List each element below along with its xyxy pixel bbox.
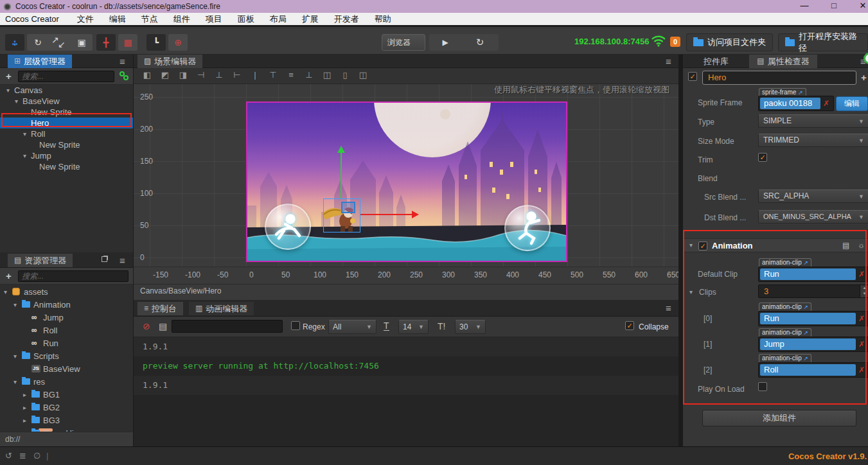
menu-item-1[interactable]: 文件	[69, 12, 102, 26]
error-count-badge[interactable]: 0	[670, 37, 680, 47]
menu-item-7[interactable]: 布局	[262, 12, 294, 26]
gear-icon[interactable]: ☼	[858, 241, 865, 250]
expand-arrow-icon[interactable]: ▾	[13, 376, 17, 387]
assets-node-assets[interactable]: ▾assets	[0, 286, 133, 297]
align-tool-icon-5[interactable]: ⊢	[230, 70, 244, 80]
slide-button[interactable]	[265, 204, 311, 250]
expand-arrow-icon[interactable]: ▾	[23, 128, 26, 139]
clip-1-field[interactable]: Jump ✗	[758, 337, 868, 352]
regex-checkbox[interactable]	[291, 321, 300, 330]
tab-console[interactable]: ≡ 控制台	[137, 302, 183, 315]
add-property-button[interactable]: +	[861, 72, 867, 83]
edit-sprite-button[interactable]: 编辑	[836, 96, 868, 111]
align-tool-icon-2[interactable]: ◨	[176, 70, 190, 80]
game-canvas[interactable]	[246, 101, 567, 262]
clip-2-field[interactable]: Roll ✗	[758, 362, 868, 378]
hierarchy-node-New-Sprite[interactable]: New Sprite	[0, 161, 133, 172]
expand-arrow-icon[interactable]: ▾	[13, 299, 17, 310]
open-log-icon[interactable]: ▤	[159, 321, 167, 331]
help-doc-icon[interactable]: ▤	[842, 241, 849, 250]
assets-node-BaseView[interactable]: JSBaseView	[0, 364, 133, 374]
menu-item-4[interactable]: 组件	[166, 12, 198, 26]
assets-node-Jump[interactable]: ∞Jump	[0, 312, 133, 323]
clear-clip-icon[interactable]: ✗	[856, 270, 867, 279]
menu-item-10[interactable]: 帮助	[367, 12, 399, 26]
clips-collapse-arrow-icon[interactable]: ▾	[689, 288, 693, 295]
tab-hierarchy[interactable]: ⊞ 层级管理器	[8, 55, 72, 68]
align-tool-icon-9[interactable]: ⊥	[302, 70, 316, 80]
assets-node-res[interactable]: ▾res	[0, 376, 133, 387]
line-height-select[interactable]: 30▼	[455, 320, 486, 334]
log-level-select[interactable]: All▼	[328, 320, 376, 334]
hierarchy-node-Jump[interactable]: ▾Jump	[0, 150, 133, 161]
scale-tool-button[interactable]: ↗↙	[50, 34, 69, 51]
align-tool-icon-3[interactable]: ⊣	[194, 70, 208, 80]
play-button[interactable]: ▶	[436, 34, 455, 51]
align-tool-icon-0[interactable]: ◧	[140, 70, 154, 80]
align-tool-icon-8[interactable]: ≡	[284, 70, 298, 80]
tab-animation-editor[interactable]: ▥ 动画编辑器	[189, 302, 254, 315]
tab-widget-library[interactable]: 控件库	[683, 55, 749, 68]
console-log-area[interactable]: 1.9.1preview server running at http://lo…	[134, 337, 678, 446]
play-on-load-checkbox[interactable]	[758, 382, 767, 391]
preview-target-select[interactable]: 浏览器 ▼	[382, 34, 425, 51]
sprite-frame-value[interactable]: paoku 00188	[760, 98, 820, 109]
add-component-button[interactable]: 添加组件	[702, 410, 856, 426]
node-name-field[interactable]: Hero	[702, 71, 856, 85]
collapse-checkbox[interactable]: ✓	[625, 321, 634, 330]
refresh-button[interactable]: ↻	[470, 34, 490, 51]
expand-arrow-icon[interactable]: ▾	[15, 96, 18, 107]
assets-menu-icon[interactable]: ≡	[120, 255, 125, 266]
animation-enabled-checkbox[interactable]: ✓	[698, 241, 707, 250]
hierarchy-node-Roll[interactable]: ▾Roll	[0, 128, 133, 139]
clear-clip-icon[interactable]: ✗	[856, 340, 867, 349]
tab-assets[interactable]: ▤ 资源管理器	[8, 254, 73, 267]
menu-item-9[interactable]: 开发者	[326, 12, 367, 26]
popout-icon[interactable]	[102, 256, 107, 262]
align-tool-icon-10[interactable]: ◫	[320, 70, 334, 80]
maximize-button[interactable]: □	[824, 0, 844, 13]
minimize-button[interactable]: —	[795, 0, 814, 13]
assets-node-Run[interactable]: ∞Run	[0, 338, 133, 349]
assets-node-BG2[interactable]: ▸BG2	[0, 402, 133, 413]
clear-console-icon[interactable]: ⊘	[143, 321, 150, 331]
expand-arrow-icon[interactable]: ▾	[4, 286, 7, 297]
assets-node-Scripts[interactable]: ▾Scripts	[0, 351, 133, 362]
menu-item-2[interactable]: 编辑	[102, 12, 134, 26]
anchor-pivot-button[interactable]: ╋	[96, 34, 116, 51]
align-tool-icon-7[interactable]: ⊤	[266, 70, 280, 80]
tab-property-inspector[interactable]: ▤ 属性检查器	[749, 55, 817, 68]
assets-search-input[interactable]	[18, 270, 128, 282]
assets-node-BG1[interactable]: ▸BG1	[0, 389, 133, 400]
local-coords-button[interactable]: ┗	[146, 34, 166, 51]
hierarchy-node-BaseView[interactable]: ▾BaseView	[0, 96, 133, 107]
align-tool-icon-4[interactable]: ⊥	[212, 70, 226, 80]
src-blend-select[interactable]: SRC_ALPHA▼	[758, 189, 868, 203]
menu-item-8[interactable]: 扩展	[294, 12, 326, 26]
sprite-frame-handle[interactable]	[341, 202, 355, 213]
hierarchy-add-button[interactable]: +	[6, 71, 12, 82]
align-tool-icon-1[interactable]: ◩	[158, 70, 172, 80]
open-project-folder-button[interactable]: 访问项目文件夹	[686, 33, 773, 51]
clear-sprite-frame-icon[interactable]: ✗	[820, 99, 832, 108]
clear-clip-icon[interactable]: ✗	[856, 365, 867, 374]
scene-viewport[interactable]: 250200150100500 -150-100-500501001502002…	[134, 84, 678, 284]
sprite-frame-field[interactable]: paoku 00188 ✗	[758, 96, 834, 111]
menu-item-5[interactable]: 项目	[198, 12, 230, 26]
assets-node-BG3[interactable]: ▸BG3	[0, 415, 133, 426]
jump-button[interactable]	[504, 205, 551, 251]
hierarchy-node-Canvas[interactable]: ▾Canvas	[0, 85, 133, 96]
anchor-grid-button[interactable]: ▦	[118, 34, 137, 51]
hierarchy-node-Hero[interactable]: Hero	[0, 118, 133, 128]
menu-item-3[interactable]: 节点	[134, 12, 166, 26]
menu-item-0[interactable]: Cocos Creator	[0, 12, 69, 26]
gizmo-x-axis[interactable]	[360, 214, 416, 215]
align-tool-icon-11[interactable]: ▯	[338, 70, 352, 80]
hierarchy-node-New-Sprite[interactable]: New Sprite	[0, 139, 133, 150]
font-size-select[interactable]: 14▼	[398, 320, 429, 334]
console-filter-input[interactable]	[172, 320, 283, 333]
expand-arrow-icon[interactable]: ▾	[23, 150, 26, 161]
database-icon[interactable]: ≣	[19, 451, 26, 461]
tab-scene-editor[interactable]: ▨ 场景编辑器	[137, 55, 202, 68]
clear-clip-icon[interactable]: ✗	[856, 314, 867, 323]
